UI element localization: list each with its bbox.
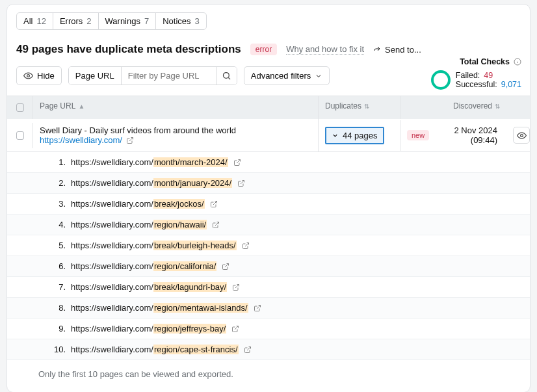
send-to-button[interactable]: Send to... [373, 45, 421, 55]
tab-all[interactable]: All 12 [16, 12, 53, 30]
url-filter-group: Page URL [68, 66, 237, 85]
tab-label: Warnings [105, 16, 140, 26]
list-item: 8.https://swelldiary.com/region/mentawai… [7, 298, 530, 319]
eye-icon [517, 131, 527, 140]
sort-icon: ⇅ [495, 103, 500, 110]
url-highlight: month/march-2024/ [153, 157, 228, 167]
external-link-icon[interactable] [254, 304, 261, 312]
preview-button[interactable] [513, 127, 530, 144]
row-checkbox[interactable] [16, 131, 24, 140]
failed-value: 49 [484, 71, 493, 80]
tab-count: 2 [86, 16, 91, 26]
url-highlight: region/jeffreys-bay/ [153, 324, 226, 333]
select-all-checkbox[interactable] [16, 103, 24, 112]
external-link-icon [126, 137, 134, 144]
tab-label: All [23, 16, 33, 26]
duplicate-url-link[interactable]: https://swelldiary.com/region/hawaii/ [71, 220, 207, 229]
sort-icon: ⇅ [364, 103, 369, 110]
how-to-fix-link[interactable]: Why and how to fix it [286, 44, 364, 55]
chevron-down-icon [332, 132, 339, 139]
page-title: 49 pages have duplicate meta description… [16, 43, 241, 56]
list-item: 10.https://swelldiary.com/region/cape-st… [7, 339, 530, 360]
tab-warnings[interactable]: Warnings 7 [98, 12, 157, 30]
list-item: 6.https://swelldiary.com/region/californ… [7, 256, 530, 277]
duplicate-url-link[interactable]: https://swelldiary.com/break/jockos/ [71, 199, 205, 209]
tab-count: 3 [195, 16, 200, 26]
list-index: 9. [54, 324, 66, 333]
external-link-icon[interactable] [242, 242, 250, 250]
external-link-icon[interactable] [233, 159, 241, 166]
duplicate-url-link[interactable]: https://swelldiary.com/region/jeffreys-b… [71, 324, 226, 333]
external-link-icon[interactable] [212, 221, 220, 229]
tab-count: 12 [36, 16, 46, 26]
list-index: 8. [54, 303, 66, 313]
duplicate-url-link[interactable]: https://swelldiary.com/region/california… [71, 261, 216, 271]
url-highlight: region/mentawai-islands/ [153, 303, 248, 313]
share-arrow-icon [373, 46, 381, 53]
duplicate-url-link[interactable]: https://swelldiary.com/month/january-202… [71, 178, 232, 188]
list-limit-note: Only the first 10 pages can be viewed an… [7, 360, 530, 387]
external-link-icon[interactable] [244, 346, 252, 354]
duplicate-url-link[interactable]: https://swelldiary.com/region/cape-st-fr… [71, 345, 239, 354]
external-link-icon[interactable] [232, 283, 240, 291]
list-index: 7. [54, 282, 66, 292]
list-item: 9.https://swelldiary.com/region/jeffreys… [7, 319, 530, 339]
tab-count: 7 [144, 16, 149, 26]
list-item: 2.https://swelldiary.com/month/january-2… [7, 173, 530, 194]
list-index: 5. [54, 241, 66, 250]
page-url-link[interactable]: https://swelldiary.com/ [40, 135, 134, 145]
svg-point-1 [223, 73, 229, 79]
hide-button[interactable]: Hide [16, 66, 62, 85]
issue-card: All 12 Errors 2 Warnings 7 Notices 3 49 … [7, 4, 530, 392]
url-highlight: region/cape-st-francis/ [153, 345, 239, 354]
url-highlight: region/california/ [153, 261, 216, 271]
url-filter-input[interactable] [122, 67, 216, 85]
advanced-filters-label: Advanced filters [251, 71, 311, 81]
svg-point-0 [27, 75, 30, 77]
severity-badge: error [250, 44, 277, 55]
list-index: 4. [54, 220, 66, 229]
table-header: Page URL▲ Duplicates⇅ Discovered⇅ [7, 96, 530, 119]
url-highlight: break/jockos/ [153, 199, 205, 209]
results-table: Page URL▲ Duplicates⇅ Discovered⇅ Swell … [7, 96, 530, 387]
tab-notices[interactable]: Notices 3 [155, 12, 207, 30]
col-header-duplicates[interactable]: Duplicates⇅ [319, 96, 400, 119]
duplicate-url-link[interactable]: https://swelldiary.com/region/mentawai-i… [71, 303, 248, 313]
search-icon [222, 71, 231, 81]
url-highlight: break/lagundri-bay/ [153, 282, 227, 292]
col-header-url[interactable]: Page URL▲ [33, 96, 319, 119]
list-index: 6. [54, 261, 66, 271]
title-bar: 49 pages have duplicate meta description… [16, 43, 521, 56]
external-link-icon[interactable] [231, 325, 239, 333]
list-index: 10. [54, 345, 66, 354]
chevron-down-icon [315, 72, 322, 80]
list-item: 5.https://swelldiary.com/break/burleigh-… [7, 235, 530, 256]
url-highlight: month/january-2024/ [153, 178, 232, 188]
filter-tabs: All 12 Errors 2 Warnings 7 Notices 3 [16, 12, 521, 30]
send-to-label: Send to... [385, 45, 421, 55]
list-item: 4.https://swelldiary.com/region/hawaii/ [7, 215, 530, 235]
duplicate-url-link[interactable]: https://swelldiary.com/month/march-2024/ [71, 157, 228, 167]
duplicate-url-link[interactable]: https://swelldiary.com/break/lagundri-ba… [71, 282, 227, 292]
external-link-icon[interactable] [222, 263, 229, 270]
sort-asc-icon: ▲ [78, 103, 85, 110]
external-link-icon[interactable] [210, 200, 218, 208]
info-icon[interactable] [514, 58, 521, 66]
list-index: 1. [54, 157, 66, 167]
tab-label: Errors [60, 16, 83, 26]
external-link-icon[interactable] [237, 179, 245, 187]
success-value: 9,071 [501, 80, 521, 89]
duplicates-expand-button[interactable]: 44 pages [325, 127, 384, 144]
url-filter-prefix: Page URL [69, 67, 122, 85]
tab-errors[interactable]: Errors 2 [53, 12, 99, 30]
url-highlight: break/burleigh-heads/ [153, 241, 237, 250]
search-button[interactable] [216, 67, 237, 85]
duplicate-url-link[interactable]: https://swelldiary.com/break/burleigh-he… [71, 241, 237, 250]
total-checks-panel: Total Checks Failed: 49 Successful: 9,07… [431, 57, 521, 90]
col-header-discovered[interactable]: Discovered⇅ [400, 96, 506, 119]
list-index: 2. [54, 178, 66, 188]
success-label: Successful: [456, 80, 497, 89]
list-index: 3. [54, 199, 66, 209]
list-item: 1.https://swelldiary.com/month/march-202… [7, 152, 530, 173]
advanced-filters-button[interactable]: Advanced filters [244, 66, 330, 85]
